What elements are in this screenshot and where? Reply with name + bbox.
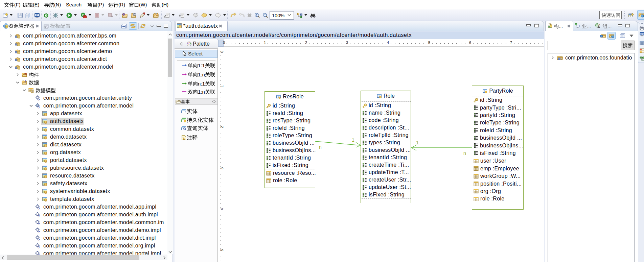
svg-text:?: ?	[38, 246, 40, 249]
svg-text:?: ?	[38, 238, 40, 241]
svg-text:?: ?	[38, 98, 40, 101]
svg-text:?: ?	[38, 230, 40, 233]
svg-text:?: ?	[32, 90, 33, 93]
svg-text:?: ?	[38, 106, 40, 109]
svg-text:?: ?	[38, 222, 40, 225]
svg-text:?: ?	[38, 207, 40, 210]
svg-text:?: ?	[560, 58, 562, 61]
svg-text:?: ?	[25, 80, 27, 83]
svg-text:n: n	[463, 150, 466, 156]
svg-text:⟲: ⟲	[24, 72, 27, 75]
svg-text:1: 1	[352, 137, 354, 143]
svg-text:1: 1	[416, 140, 419, 145]
svg-text:?: ?	[38, 215, 40, 218]
svg-text:n: n	[319, 144, 322, 150]
